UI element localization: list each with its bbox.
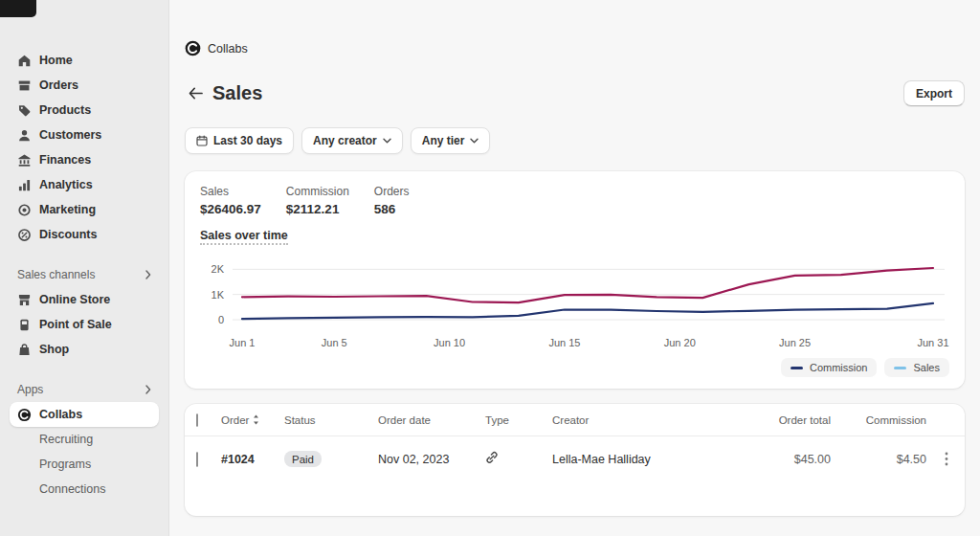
orders-table: Order Status Order date Type Creator Ord… [185, 404, 965, 516]
sales-overview-card: Sales $26406.97 Commission $2112.21 Orde… [185, 171, 965, 389]
products-icon [17, 103, 32, 118]
metric-value: $2112.21 [286, 202, 349, 216]
app-root: Home Orders Products Customers Finances … [0, 0, 980, 536]
x-axis-tick: Jun 15 [548, 337, 580, 348]
commission-amount: $4.50 [833, 453, 928, 466]
metric-label: Sales [200, 185, 261, 198]
marketing-icon [17, 203, 32, 217]
y-axis-tick: 2K [212, 263, 224, 275]
x-axis-tick: Jun 1 [230, 337, 256, 348]
calendar-icon [196, 135, 208, 146]
app-header: Collabs [185, 40, 965, 56]
sidebar-item-label: Orders [39, 78, 78, 92]
column-header-type[interactable]: Type [485, 414, 552, 426]
discounts-icon [17, 228, 32, 242]
x-axis-tick: Jun 20 [664, 337, 696, 348]
legend-item-sales[interactable]: Sales [884, 358, 949, 377]
sidebar-section-apps[interactable]: Apps [10, 377, 159, 402]
sidebar-section-sales-channels[interactable]: Sales channels [10, 262, 159, 287]
column-header-order-total[interactable]: Order total [729, 414, 833, 426]
sidebar-item-collabs[interactable]: Collabs [10, 402, 159, 427]
sidebar-item-label: Online Store [39, 293, 110, 306]
legend-item-commission[interactable]: Commission [781, 358, 878, 377]
column-header-commission[interactable]: Commission [833, 414, 928, 426]
chevron-right-icon [145, 385, 151, 394]
order-number-link[interactable]: #1024 [221, 453, 284, 466]
chevron-down-icon [470, 138, 479, 144]
sidebar-item-shop[interactable]: Shop [10, 337, 159, 362]
sidebar-item-point-of-sale[interactable]: Point of Sale [10, 312, 159, 337]
metrics-row: Sales $26406.97 Commission $2112.21 Orde… [200, 185, 949, 216]
back-button[interactable] [185, 83, 206, 104]
sidebar-item-label: Discounts [39, 228, 97, 241]
sidebar-item-label: Point of Sale [39, 318, 112, 331]
sidebar-item-orders[interactable]: Orders [10, 73, 159, 98]
row-checkbox[interactable] [196, 452, 198, 467]
customers-icon [17, 128, 32, 143]
metric-value: $26406.97 [200, 202, 261, 216]
sidebar-item-label: Products [39, 103, 91, 117]
home-icon [17, 54, 32, 68]
table-row[interactable]: #1024 Paid Nov 02, 2023 Lella-Mae Hallid… [185, 436, 965, 481]
tier-filter-label: Any tier [422, 134, 465, 147]
sidebar-item-discounts[interactable]: Discounts [10, 222, 159, 247]
sales-over-time-chart: 01K2K [200, 257, 949, 335]
y-axis: 01K2K [200, 257, 233, 335]
sidebar: Home Orders Products Customers Finances … [0, 0, 169, 536]
sidebar-subitem-label: Recruiting [39, 433, 93, 446]
chevron-right-icon [145, 270, 151, 279]
sidebar-item-label: Home [39, 54, 73, 67]
row-actions-menu[interactable] [928, 452, 965, 466]
orders-icon [17, 78, 32, 93]
main-content: Collabs Sales Export Last 30 days Any cr… [169, 0, 980, 536]
metric-sales: Sales $26406.97 [200, 185, 261, 216]
sidebar-item-programs[interactable]: Programs [10, 452, 159, 477]
sidebar-item-label: Customers [39, 128, 101, 142]
creator-filter[interactable]: Any creator [301, 127, 403, 154]
sidebar-item-products[interactable]: Products [10, 98, 159, 123]
sidebar-item-customers[interactable]: Customers [10, 123, 159, 147]
sidebar-item-online-store[interactable]: Online Store [10, 287, 159, 312]
sidebar-item-connections[interactable]: Connections [10, 477, 159, 502]
column-header-order-date[interactable]: Order date [378, 414, 485, 426]
page-header: Sales Export [185, 80, 965, 106]
x-axis-tick: Jun 31 [917, 337, 948, 348]
table-header-row: Order Status Order date Type Creator Ord… [185, 404, 965, 436]
online-store-icon [17, 293, 32, 307]
select-all-checkbox[interactable] [196, 413, 198, 427]
metric-value: 586 [374, 202, 410, 216]
page-title: Sales [212, 82, 262, 104]
metric-label: Commission [286, 185, 349, 198]
sidebar-item-recruiting[interactable]: Recruiting [10, 427, 159, 452]
chevron-down-icon [383, 138, 391, 144]
sidebar-item-label: Analytics [39, 178, 93, 191]
sidebar-item-analytics[interactable]: Analytics [10, 172, 159, 197]
section-label: Sales channels [17, 268, 95, 281]
column-header-status[interactable]: Status [284, 414, 378, 426]
x-axis-tick: Jun 10 [434, 337, 465, 348]
shopify-logo[interactable] [0, 0, 36, 17]
sidebar-item-label: Marketing [39, 203, 96, 216]
tier-filter[interactable]: Any tier [411, 127, 491, 154]
sidebar-item-marketing[interactable]: Marketing [10, 197, 159, 222]
order-total: $45.00 [729, 453, 833, 466]
sales-swatch-icon [894, 367, 906, 369]
sidebar-subitem-label: Connections [39, 482, 106, 496]
metric-commission: Commission $2112.21 [286, 185, 349, 216]
collabs-icon [17, 408, 32, 422]
analytics-icon [17, 178, 32, 192]
creator-name: Lella-Mae Halliday [552, 453, 729, 466]
link-icon [485, 451, 499, 464]
plot-area [233, 257, 945, 335]
date-range-filter[interactable]: Last 30 days [185, 127, 294, 154]
export-button[interactable]: Export [903, 80, 965, 106]
column-header-order[interactable]: Order [221, 414, 249, 426]
sidebar-subitem-label: Programs [39, 458, 91, 471]
sidebar-item-finances[interactable]: Finances [10, 147, 159, 172]
chart-legend: Commission Sales [200, 358, 949, 377]
sidebar-item-home[interactable]: Home [10, 48, 159, 73]
chart-canvas [233, 257, 945, 335]
column-header-creator[interactable]: Creator [552, 414, 729, 426]
sort-icon[interactable] [253, 414, 259, 425]
sidebar-item-label: Collabs [39, 408, 82, 421]
